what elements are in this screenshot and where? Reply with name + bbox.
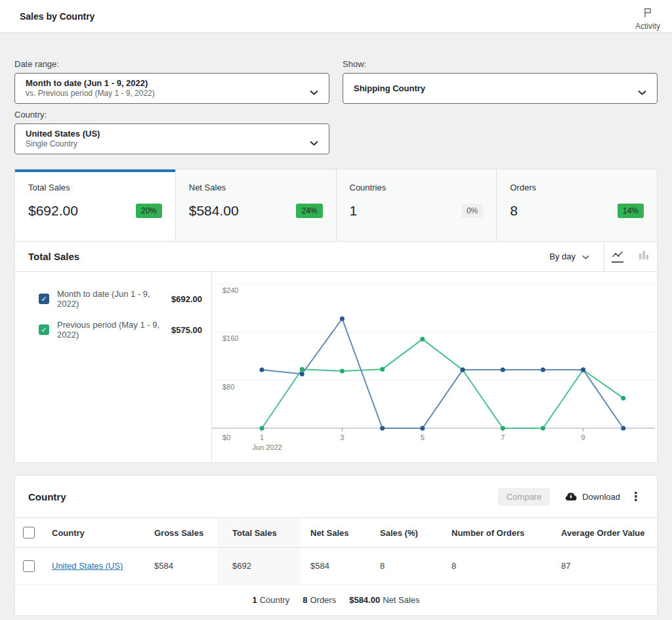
- chart-header: Total Sales By day: [15, 242, 657, 272]
- date-range-value: Month to date (Jun 1 - 9, 2022): [26, 78, 300, 89]
- stat-value: 8: [510, 203, 518, 219]
- download-button[interactable]: Download: [564, 491, 620, 503]
- chart-title: Total Sales: [15, 251, 535, 262]
- tab-net-sales[interactable]: Net Sales $584.00 24%: [176, 169, 337, 241]
- performance-chart-panel: Total Sales $692.00 20% Net Sales $584.0…: [14, 169, 658, 463]
- stat-label: Net Sales: [189, 183, 323, 192]
- activity-button[interactable]: Activity: [635, 1, 660, 31]
- table-header-bar: Country Compare Download ⋮: [15, 476, 657, 518]
- flag-icon: [642, 7, 654, 21]
- chart-legend: ✓ Month to date (Jun 1 - 9, 2022) $692.0…: [15, 272, 212, 462]
- country-table-panel: Country Compare Download ⋮ Coun: [14, 475, 658, 616]
- date-range-select[interactable]: Month to date (Jun 1 - 9, 2022) vs. Prev…: [14, 73, 329, 104]
- svg-text:3: 3: [340, 433, 344, 441]
- download-label: Download: [582, 492, 620, 502]
- report-filters: Date range: Month to date (Jun 1 - 9, 20…: [14, 59, 658, 154]
- tab-countries[interactable]: Countries 1 0%: [337, 169, 497, 241]
- legend-label: Month to date (Jun 1 - 9, 2022): [57, 289, 165, 309]
- cell-sales-pct: 8: [369, 548, 441, 584]
- svg-text:1: 1: [260, 433, 264, 441]
- country-value: United States (US): [26, 129, 300, 139]
- cell-net-sales: $584: [300, 548, 369, 584]
- table-column-header-row: Country Gross Sales Total Sales Net Sale…: [15, 518, 657, 548]
- stat-value: $692.00: [28, 203, 78, 219]
- date-range-label: Date range:: [14, 59, 329, 69]
- svg-text:7: 7: [501, 433, 505, 441]
- column-header-average-order-value[interactable]: Average Order Value: [551, 518, 656, 547]
- summary-orders: 8Orders: [303, 595, 336, 605]
- bar-chart-icon: [639, 250, 649, 263]
- stat-change-badge: 24%: [296, 204, 322, 218]
- table-summary-row: 1Country 8Orders $584.00Net Sales: [15, 585, 657, 615]
- cell-number-of-orders: 8: [441, 548, 551, 584]
- country-link[interactable]: United States (US): [52, 561, 123, 571]
- stat-label: Orders: [510, 183, 644, 192]
- date-range-filter: Date range: Month to date (Jun 1 - 9, 20…: [14, 59, 329, 154]
- bar-chart-button[interactable]: [631, 242, 657, 271]
- summary-net-sales: $584.00Net Sales: [349, 595, 419, 605]
- svg-text:$0: $0: [222, 433, 230, 441]
- svg-text:$160: $160: [222, 334, 238, 342]
- cell-gross-sales: $584: [149, 548, 217, 584]
- chevron-down-icon: [310, 86, 318, 98]
- stat-value: $584.00: [189, 203, 239, 219]
- legend-item-current-period[interactable]: ✓ Month to date (Jun 1 - 9, 2022) $692.0…: [39, 289, 202, 309]
- top-header-bar: Sales by Country Activity: [0, 0, 672, 33]
- table-menu-button[interactable]: ⋮: [624, 489, 648, 504]
- svg-text:5: 5: [421, 433, 425, 441]
- column-header-sales-pct[interactable]: Sales (%): [369, 518, 441, 547]
- column-header-net-sales[interactable]: Net Sales: [300, 518, 369, 547]
- column-header-gross-sales[interactable]: Gross Sales: [149, 518, 217, 547]
- chevron-down-icon: [582, 252, 589, 261]
- country-filter: Country: United States (US) Single Count…: [14, 110, 329, 154]
- tab-total-sales[interactable]: Total Sales $692.00 20%: [15, 169, 176, 241]
- interval-select[interactable]: By day: [535, 242, 604, 271]
- sales-by-country-page: Sales by Country Activity Date range: Mo…: [0, 0, 672, 620]
- select-all-checkbox[interactable]: [23, 527, 35, 539]
- report-content: Date range: Month to date (Jun 1 - 9, 20…: [0, 59, 672, 616]
- checkbox-checked-icon: ✓: [39, 294, 49, 304]
- summary-countries: 1Country: [252, 595, 289, 605]
- chevron-down-icon: [310, 137, 318, 148]
- country-select[interactable]: United States (US) Single Country: [14, 123, 329, 154]
- stat-label: Total Sales: [28, 183, 162, 192]
- table-row: United States (US) $584 $692 $584 8 8 87: [15, 548, 657, 585]
- table-title: Country: [28, 491, 498, 502]
- show-select[interactable]: Shipping Country: [343, 73, 658, 104]
- sales-line-chart: $80$160$240$013579Jun 2022: [212, 272, 655, 462]
- chart-type-toggle: [604, 242, 657, 271]
- column-header-total-sales[interactable]: Total Sales: [217, 518, 300, 547]
- column-header-number-of-orders[interactable]: Number of Orders: [441, 518, 551, 547]
- show-value: Shipping Country: [354, 83, 628, 94]
- compare-button[interactable]: Compare: [498, 488, 550, 506]
- stat-change-badge: 0%: [461, 204, 483, 218]
- stat-label: Countries: [350, 183, 484, 192]
- cell-average-order-value: 87: [551, 548, 656, 584]
- svg-text:9: 9: [581, 433, 585, 441]
- legend-label: Previous period (May 1 - 9, 2022): [57, 320, 165, 340]
- line-chart-button[interactable]: [604, 242, 631, 271]
- country-filter-label: Country:: [14, 110, 329, 120]
- legend-item-previous-period[interactable]: ✓ Previous period (May 1 - 9, 2022) $575…: [39, 320, 202, 340]
- cell-total-sales: $692: [217, 548, 300, 584]
- legend-value: $575.00: [165, 325, 202, 335]
- svg-text:$80: $80: [222, 383, 234, 391]
- date-range-compare-value: vs. Previous period (May 1 - 9, 2022): [26, 89, 300, 99]
- stat-value: 1: [350, 203, 358, 219]
- stat-change-badge: 14%: [618, 204, 644, 218]
- cloud-download-icon: [564, 491, 578, 503]
- svg-text:Jun 2022: Jun 2022: [252, 443, 282, 451]
- column-header-country[interactable]: Country: [44, 518, 149, 547]
- tab-orders[interactable]: Orders 8 14%: [497, 169, 657, 241]
- stat-change-badge: 20%: [136, 204, 162, 218]
- page-title: Sales by Country: [20, 11, 94, 22]
- legend-value: $692.00: [165, 294, 202, 304]
- line-chart-icon: [612, 250, 623, 263]
- chevron-down-icon: [638, 86, 646, 98]
- chart-plot-area[interactable]: $80$160$240$013579Jun 2022: [212, 272, 657, 462]
- row-checkbox[interactable]: [23, 560, 35, 572]
- activity-label: Activity: [635, 22, 660, 31]
- stat-tabs: Total Sales $692.00 20% Net Sales $584.0…: [15, 169, 657, 242]
- country-mode-value: Single Country: [26, 139, 300, 149]
- interval-value: By day: [549, 252, 576, 261]
